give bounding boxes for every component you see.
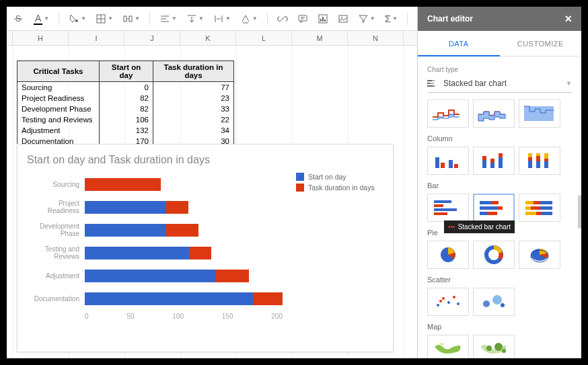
svg-rect-44 [536, 153, 540, 156]
chart-option-stacked-stepped[interactable] [473, 99, 515, 128]
svg-rect-24 [432, 80, 435, 81]
x-tick: 100 [172, 313, 184, 320]
chevron-down-icon: ▼ [566, 80, 572, 87]
chart-option-stacked-column[interactable] [473, 147, 515, 175]
svg-point-83 [502, 349, 506, 353]
svg-rect-23 [427, 80, 432, 81]
legend-label: Task duration in days [308, 184, 375, 192]
spreadsheet-area[interactable]: H I J K L M N Critical Tasks Start on da… [7, 31, 417, 358]
svg-point-77 [439, 300, 442, 302]
bar-segment [85, 247, 190, 259]
svg-rect-7 [129, 16, 132, 22]
strikethrough-icon[interactable]: S [13, 13, 24, 24]
link-icon[interactable] [277, 13, 288, 24]
chart-option-column[interactable] [427, 147, 469, 175]
table-header[interactable]: Critical Tasks [17, 61, 100, 82]
svg-point-22 [341, 17, 342, 18]
svg-rect-31 [441, 163, 445, 168]
svg-rect-39 [499, 153, 503, 157]
embedded-chart[interactable]: Start on day and Task duration in days S… [17, 144, 394, 352]
chart-option-bar[interactable] [427, 194, 469, 222]
svg-rect-60 [525, 201, 534, 204]
bar-label: Testing andReviews [27, 245, 85, 260]
fill-color-icon[interactable]: ▼ [69, 13, 86, 24]
chart-option-100-stepped[interactable] [519, 99, 560, 128]
scrollbar-thumb[interactable] [578, 195, 581, 229]
svg-rect-28 [433, 85, 435, 87]
editor-header: Chart editor × [418, 7, 581, 31]
section-bar: Bar [427, 181, 572, 190]
svg-point-74 [447, 301, 450, 304]
bar-segment [215, 270, 249, 282]
tooltip: •••Stacked bar chart [444, 220, 515, 233]
chart-option-100-column[interactable] [519, 147, 560, 175]
svg-rect-63 [525, 206, 531, 210]
table-header[interactable]: Start on day [100, 61, 153, 82]
data-table[interactable]: Critical Tasks Start on day Task duratio… [17, 60, 234, 147]
svg-rect-45 [536, 156, 540, 161]
svg-rect-66 [525, 212, 536, 215]
svg-rect-55 [480, 206, 497, 210]
editor-title: Chart editor [427, 14, 473, 24]
svg-rect-6 [124, 16, 126, 22]
functions-icon[interactable]: Σ▼ [385, 13, 398, 24]
table-row: Adjustment13234 [17, 125, 234, 136]
chart-option-3d-pie[interactable] [519, 241, 560, 269]
insert-chart-icon[interactable] [318, 13, 328, 24]
svg-rect-56 [497, 206, 503, 210]
column-header[interactable]: L [236, 31, 292, 45]
x-tick: 50 [126, 313, 134, 320]
chart-option-100-bar[interactable] [519, 194, 560, 222]
column-header[interactable]: I [69, 31, 124, 45]
tab-data[interactable]: DATA [418, 31, 500, 56]
table-row: Sourcing077 [17, 82, 234, 93]
svg-point-72 [437, 304, 439, 307]
svg-rect-26 [430, 83, 434, 84]
svg-rect-61 [534, 201, 540, 204]
bar-segment [253, 292, 283, 305]
chart-type-label: Chart type [427, 66, 572, 73]
text-color-icon[interactable]: A▼ [34, 13, 49, 25]
column-header[interactable]: J [124, 31, 180, 45]
filter-icon[interactable]: ▼ [358, 13, 375, 24]
chart-option-pie[interactable] [427, 241, 469, 269]
bar-label: Adjustment [27, 272, 85, 280]
chart-option-bubble[interactable] [473, 288, 515, 316]
column-header[interactable]: H [13, 31, 69, 45]
section-column: Column [427, 134, 572, 143]
svg-rect-29 [524, 106, 554, 121]
merge-icon[interactable]: ▼ [122, 13, 140, 24]
text-rotation-icon[interactable]: ▼ [240, 13, 258, 24]
chart-title: Start on day and Task duration in days [27, 154, 383, 166]
comment-icon[interactable] [297, 13, 308, 24]
svg-point-73 [442, 297, 445, 300]
svg-rect-18 [320, 19, 322, 22]
table-header[interactable]: Task duration in days [153, 61, 234, 82]
insert-image-icon[interactable] [338, 13, 348, 24]
chart-option-donut[interactable] [473, 241, 515, 269]
column-header[interactable]: N [348, 31, 404, 45]
legend-swatch [296, 184, 304, 192]
legend-swatch [296, 173, 304, 181]
svg-rect-49 [434, 200, 451, 203]
chart-option-geo[interactable] [427, 335, 469, 358]
tab-customize[interactable]: CUSTOMIZE [500, 31, 582, 56]
svg-rect-25 [427, 83, 430, 84]
horizontal-align-icon[interactable]: ▼ [159, 13, 177, 24]
chart-option-stacked-bar[interactable]: •••Stacked bar chart [473, 194, 515, 222]
close-icon[interactable]: × [564, 12, 572, 26]
text-wrap-icon[interactable]: ▼ [213, 13, 231, 24]
x-tick: 200 [271, 313, 283, 320]
chart-option-scatter[interactable] [427, 288, 469, 316]
chart-option-stepped-area[interactable] [427, 99, 469, 128]
svg-rect-41 [528, 153, 532, 157]
section-scatter: Scatter [427, 276, 572, 284]
chart-option-geo-markers[interactable] [473, 335, 515, 358]
vertical-align-icon[interactable]: ▼ [186, 13, 204, 24]
chart-type-select[interactable]: Stacked bar chart ▼ [427, 76, 572, 93]
borders-icon[interactable]: ▼ [96, 13, 113, 24]
svg-point-81 [486, 346, 492, 351]
column-header[interactable]: K [180, 31, 236, 45]
column-header[interactable]: M [292, 31, 348, 45]
bar-segment [85, 292, 253, 305]
